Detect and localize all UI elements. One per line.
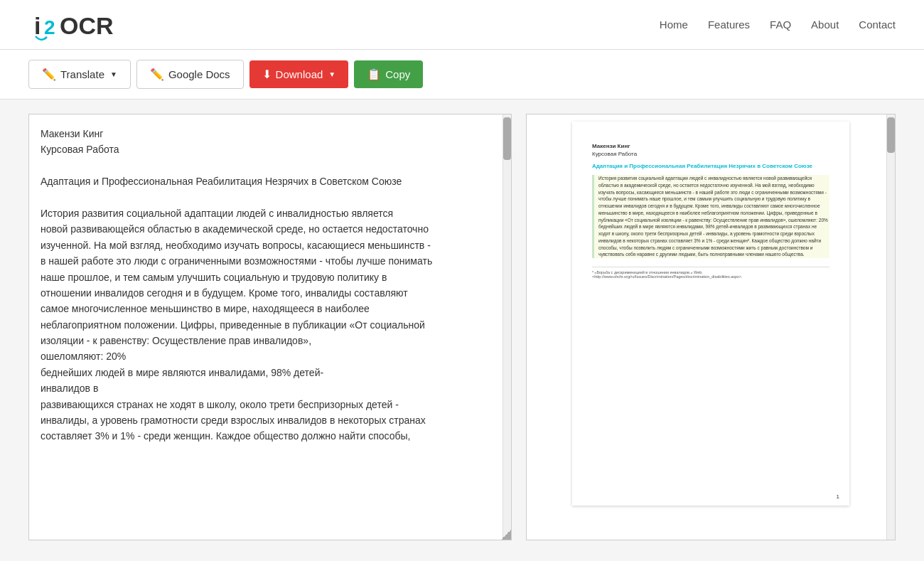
google-docs-label: Google Docs bbox=[168, 68, 230, 80]
preview-heading: Адаптация и Профессиональная Реабилитаци… bbox=[592, 163, 829, 169]
download-button[interactable]: ⬇ Download ▼ bbox=[249, 60, 349, 88]
text-scrollbar[interactable] bbox=[503, 114, 511, 540]
translate-button[interactable]: ✏️ Translate ▼ bbox=[28, 60, 131, 89]
preview-inner: Макензи Кинг Курсовая Работа Адаптация и… bbox=[527, 114, 895, 540]
download-label: Download bbox=[276, 68, 323, 80]
download-icon: ⬇ bbox=[262, 68, 272, 81]
copy-label: Copy bbox=[385, 68, 410, 80]
logo-svg: i 2 OCR bbox=[28, 7, 121, 43]
pencil2-icon: ✏️ bbox=[150, 68, 164, 81]
main-content: Макензи Кинг Курсовая Работа Адаптация и… bbox=[0, 100, 924, 561]
pencil-icon: ✏️ bbox=[42, 68, 56, 81]
preview-page-number: 1 bbox=[837, 493, 839, 500]
nav-contact[interactable]: Contact bbox=[859, 18, 896, 31]
resize-handle[interactable] bbox=[501, 530, 511, 540]
download-chevron: ▼ bbox=[328, 70, 335, 78]
text-scrollbar-thumb bbox=[503, 117, 511, 160]
preview-page: Макензи Кинг Курсовая Работа Адаптация и… bbox=[572, 122, 849, 506]
nav-about[interactable]: About bbox=[811, 18, 839, 31]
nav-home[interactable]: Home bbox=[660, 18, 688, 31]
extracted-text[interactable] bbox=[29, 114, 511, 540]
logo: i 2 OCR bbox=[28, 7, 121, 43]
copy-button[interactable]: 📋 Copy bbox=[354, 60, 423, 88]
main-nav: Home Features FAQ About Contact bbox=[660, 18, 896, 31]
preview-course: Курсовая Работа bbox=[592, 151, 829, 157]
svg-text:2: 2 bbox=[44, 16, 55, 38]
nav-features[interactable]: Features bbox=[708, 18, 750, 31]
translate-label: Translate bbox=[60, 68, 104, 80]
copy-icon: 📋 bbox=[367, 68, 381, 81]
translate-chevron: ▼ bbox=[110, 70, 117, 78]
text-panel bbox=[28, 114, 512, 540]
toolbar: ✏️ Translate ▼ ✏️ Google Docs ⬇ Download… bbox=[0, 50, 924, 100]
preview-panel: Макензи Кинг Курсовая Работа Адаптация и… bbox=[526, 114, 896, 540]
svg-text:i: i bbox=[34, 12, 41, 39]
preview-body: История развития социальной адаптации лю… bbox=[592, 175, 829, 258]
nav-faq[interactable]: FAQ bbox=[770, 18, 791, 31]
preview-footnote: ² «Борьба с дискриминацией в отношении и… bbox=[592, 267, 829, 279]
google-docs-button[interactable]: ✏️ Google Docs bbox=[136, 60, 244, 89]
preview-author: Макензи Кинг bbox=[592, 143, 829, 149]
preview-scrollbar-thumb bbox=[887, 117, 895, 153]
preview-scrollbar[interactable] bbox=[886, 114, 895, 540]
header: i 2 OCR Home Features FAQ About Contact bbox=[0, 0, 924, 50]
svg-text:OCR: OCR bbox=[60, 12, 114, 39]
